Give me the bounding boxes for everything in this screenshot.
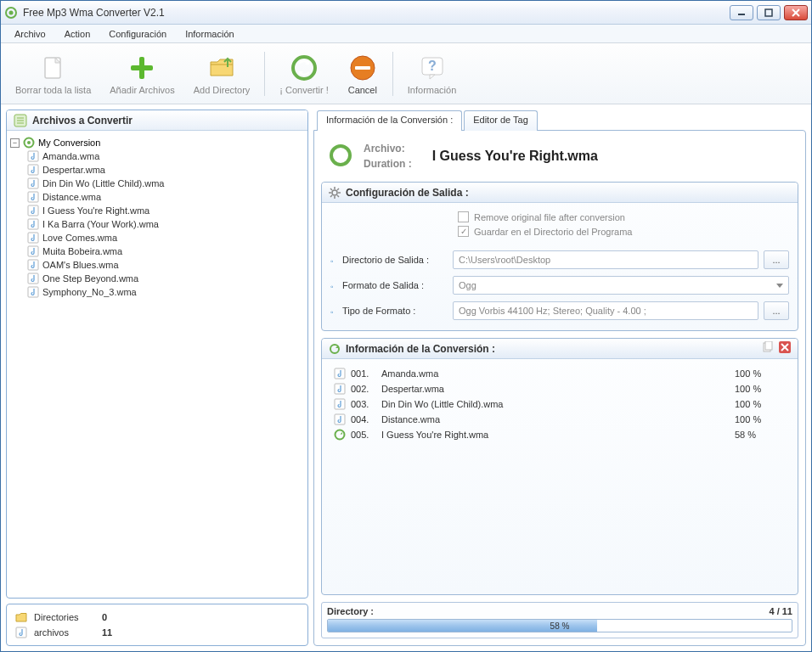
format-type-value: Ogg Vorbis 44100 Hz; Stereo; Quality - 4… — [459, 306, 646, 316]
files-label: archivos — [34, 627, 102, 638]
tree-file-item[interactable]: I Guess You're Right.wma — [10, 204, 304, 217]
music-small-icon — [15, 627, 27, 638]
add-directory-label: Add Directory — [194, 85, 251, 95]
svg-rect-50 — [335, 399, 345, 409]
conversion-row: 003.Din Din Wo (Little Child).wma100 % — [330, 396, 789, 412]
file-tree[interactable]: − My Conversion Amanda.wmaDespertar.wmaD… — [7, 131, 307, 598]
gear-icon — [329, 187, 341, 199]
convert-label: ¡ Convertir ! — [279, 85, 328, 95]
music-file-icon — [27, 191, 39, 203]
conversion-info-title: Información de la Conversión : — [346, 343, 495, 355]
tree-file-item[interactable]: Amanda.wma — [10, 149, 304, 163]
tree-file-item[interactable]: OAM's Blues.wma — [10, 258, 304, 272]
tab-tag-editor[interactable]: Editor de Tag — [464, 110, 538, 131]
svg-rect-26 — [28, 233, 38, 243]
minimize-button[interactable] — [730, 5, 753, 20]
clear-list-button[interactable]: Borrar toda la lista — [6, 47, 100, 101]
add-files-button[interactable]: Añadir Archivos — [100, 47, 183, 101]
copy-icon[interactable] — [762, 341, 774, 356]
conversion-filename: Din Din Wo (Little Child).wma — [381, 399, 735, 409]
conversion-info-group: Información de la Conversión : 001.Amand… — [321, 338, 798, 595]
menu-config[interactable]: Configuración — [100, 27, 175, 41]
tree-file-item[interactable]: Symphony_No_3.wma — [10, 285, 304, 299]
menu-info[interactable]: Información — [177, 27, 242, 41]
info-button[interactable]: ? Información — [398, 47, 465, 101]
format-type-field[interactable]: Ogg Vorbis 44100 Hz; Stereo; Quality - 4… — [453, 301, 758, 320]
conversion-row: 004.Distance.wma100 % — [330, 412, 789, 427]
tree-root[interactable]: − My Conversion — [10, 136, 304, 149]
svg-rect-11 — [355, 66, 370, 70]
svg-line-40 — [337, 188, 339, 190]
menubar: Archivo Action Configuración Información — [1, 25, 811, 43]
cancel-button[interactable]: Cancel — [338, 47, 387, 101]
svg-rect-30 — [28, 287, 38, 297]
tree-file-label: OAM's Blues.wma — [42, 260, 119, 270]
clear-list-label: Borrar toda la lista — [15, 85, 91, 95]
files-panel-title: Archivos a Convertir — [32, 115, 133, 126]
close-panel-icon[interactable] — [779, 341, 791, 356]
bullet-icon: ◦ — [330, 256, 337, 263]
output-format-select[interactable]: Ogg — [453, 276, 789, 295]
svg-point-33 — [332, 190, 337, 195]
music-file-icon — [27, 150, 39, 162]
output-config-title: Configuración de Salida : — [346, 187, 469, 199]
add-directory-button[interactable]: Add Directory — [184, 47, 260, 101]
tab-tag-editor-label: Editor de Tag — [473, 115, 528, 125]
conversion-index: 004. — [351, 414, 381, 424]
tree-file-item[interactable]: Love Comes.wma — [10, 231, 304, 244]
footer-files: archivos 11 — [15, 625, 299, 640]
svg-rect-49 — [335, 384, 345, 394]
conversion-info-header: Información de la Conversión : — [322, 339, 798, 359]
tab-conversion-info[interactable]: Información de la Conversión : — [317, 110, 462, 131]
tree-file-item[interactable]: Distance.wma — [10, 190, 304, 204]
toolbar-separator-2 — [392, 52, 393, 96]
checkbox-checked-icon — [458, 226, 469, 237]
conversion-filename: I Guess You're Right.wma — [381, 430, 735, 440]
conversion-index: 003. — [351, 399, 381, 409]
maximize-button[interactable] — [757, 5, 781, 20]
menu-action[interactable]: Action — [56, 27, 99, 41]
save-program-dir-checkbox[interactable]: Guardar en el Directorio del Programa — [458, 224, 789, 239]
current-file-info: Archivo: Duration : I Guess You're Right… — [321, 138, 798, 175]
conversion-index: 002. — [351, 384, 381, 394]
directory-progress: Directory : 4 / 11 58 % — [321, 602, 798, 638]
tab-conversion-info-label: Información de la Conversión : — [326, 115, 453, 125]
tree-file-item[interactable]: One Step Beyond.wma — [10, 272, 304, 285]
tree-file-label: Symphony_No_3.wma — [42, 287, 137, 297]
conversion-filename: Despertar.wma — [381, 384, 735, 394]
svg-rect-25 — [28, 219, 38, 229]
tree-file-label: Distance.wma — [42, 192, 101, 202]
music-file-icon — [334, 383, 346, 395]
menu-archivo[interactable]: Archivo — [6, 27, 54, 41]
tree-collapse-icon[interactable]: − — [10, 138, 20, 148]
tree-file-label: Despertar.wma — [42, 165, 105, 175]
tree-file-item[interactable]: Din Din Wo (Little Child).wma — [10, 177, 304, 190]
window-controls — [730, 5, 808, 20]
close-button[interactable] — [784, 5, 808, 20]
music-file-icon — [27, 286, 39, 298]
save-program-dir-label: Guardar en el Directorio del Programa — [474, 227, 632, 237]
cancel-icon — [347, 53, 378, 83]
format-type-browse-button[interactable]: ... — [764, 301, 789, 320]
conversion-row: 001.Amanda.wma100 % — [330, 366, 789, 381]
tree-file-item[interactable]: Despertar.wma — [10, 163, 304, 177]
files-panel: Archivos a Convertir − My Conversion Ama… — [6, 110, 308, 599]
output-dir-browse-button[interactable]: ... — [764, 250, 789, 269]
tree-file-item[interactable]: I Ka Barra (Your Work).wma — [10, 217, 304, 231]
refresh-icon — [329, 343, 341, 355]
music-file-icon — [27, 245, 39, 257]
music-file-icon — [27, 177, 39, 189]
remove-original-checkbox[interactable]: Remove original file after conversion — [458, 210, 789, 224]
svg-line-41 — [330, 195, 332, 197]
output-dir-field[interactable]: C:\Users\root\Desktop — [453, 250, 758, 269]
music-file-icon — [27, 218, 39, 230]
help-icon: ? — [417, 53, 448, 83]
convert-button[interactable]: ¡ Convertir ! — [270, 47, 337, 101]
tree-file-item[interactable]: Muita Bobeira.wma — [10, 244, 304, 258]
main-area: Archivos a Convertir − My Conversion Ama… — [1, 104, 811, 651]
svg-rect-31 — [16, 627, 26, 638]
checkbox-icon — [458, 211, 469, 222]
folder-small-icon — [15, 611, 27, 623]
right-body: Archivo: Duration : I Guess You're Right… — [313, 130, 806, 646]
music-file-icon — [27, 164, 39, 176]
